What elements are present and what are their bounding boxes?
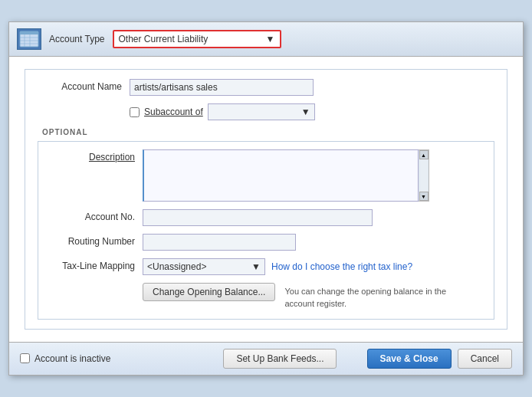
description-wrapper: ▲ ▼ (143, 149, 429, 202)
description-row: Description ▲ ▼ (51, 149, 481, 202)
routing-number-label: Routing Number (51, 234, 143, 247)
dialog-footer: Account is inactive Set Up Bank Feeds...… (9, 342, 523, 375)
setup-bank-feeds-button[interactable]: Set Up Bank Feeds... (223, 349, 337, 369)
account-type-dropdown[interactable]: Other Current Liability ▼ (113, 30, 281, 48)
account-name-input[interactable] (130, 79, 314, 96)
tax-line-help-link[interactable]: How do I choose the right tax line? (271, 261, 412, 272)
tax-line-dropdown[interactable]: <Unassigned> ▼ (143, 258, 265, 275)
account-inactive-checkbox[interactable] (20, 353, 30, 363)
description-scrollbar[interactable]: ▲ ▼ (419, 149, 429, 202)
subaccount-label: Subaccount of (144, 107, 203, 117)
dialog: Account Type Other Current Liability ▼ A… (8, 21, 524, 376)
routing-number-row: Routing Number (51, 234, 481, 251)
account-no-label: Account No. (51, 209, 143, 222)
scrollbar-down-icon[interactable]: ▼ (419, 192, 429, 201)
tax-line-label: Tax-Line Mapping (51, 258, 143, 271)
tax-line-value: <Unassigned> (147, 261, 206, 272)
subaccount-dropdown[interactable]: ▼ (208, 103, 315, 120)
optional-section-label: OPTIONAL (42, 128, 494, 136)
tax-line-controls: <Unassigned> ▼ How do I choose the right… (143, 258, 412, 275)
dialog-body: Account Name Subaccount of ▼ OPTIONAL De… (9, 57, 523, 342)
account-name-label: Account Name (38, 79, 130, 92)
description-label: Description (51, 149, 143, 162)
change-opening-balance-button[interactable]: Change Opening Balance... (143, 283, 275, 301)
opening-balance-row: Change Opening Balance... You can change… (51, 283, 481, 310)
main-form-section: Account Name Subaccount of ▼ OPTIONAL De… (25, 69, 507, 330)
svg-rect-1 (20, 31, 38, 34)
scrollbar-up-icon[interactable]: ▲ (419, 150, 429, 159)
scrollbar-track (420, 159, 428, 192)
routing-number-input[interactable] (143, 234, 296, 251)
opening-balance-note: You can change the opening balance in th… (284, 283, 453, 310)
footer-left: Account is inactive (20, 353, 193, 364)
account-no-input[interactable] (143, 209, 373, 226)
tax-line-arrow-icon: ▼ (251, 261, 261, 272)
footer-right: Save & Close Cancel (367, 349, 512, 369)
account-type-arrow-icon: ▼ (266, 34, 275, 44)
subaccount-checkbox[interactable] (130, 107, 140, 117)
dialog-header: Account Type Other Current Liability ▼ (9, 22, 523, 57)
account-type-value: Other Current Liability (119, 34, 209, 44)
optional-section: Description ▲ ▼ Account No. (38, 141, 494, 320)
description-input[interactable] (143, 149, 419, 202)
save-close-button[interactable]: Save & Close (367, 349, 452, 369)
footer-center: Set Up Bank Feeds... (193, 349, 366, 369)
account-inactive-label: Account is inactive (34, 353, 110, 364)
subaccount-row: Subaccount of ▼ (130, 103, 494, 120)
opening-balance-spacer (51, 283, 143, 285)
account-no-row: Account No. (51, 209, 481, 226)
tax-line-row: Tax-Line Mapping <Unassigned> ▼ How do I… (51, 258, 481, 275)
account-type-label: Account Type (49, 34, 105, 44)
opening-balance-controls: Change Opening Balance... You can change… (143, 283, 453, 310)
account-icon (17, 28, 41, 50)
subaccount-arrow-icon: ▼ (301, 107, 310, 117)
cancel-button[interactable]: Cancel (458, 349, 512, 369)
account-name-row: Account Name (38, 79, 494, 96)
